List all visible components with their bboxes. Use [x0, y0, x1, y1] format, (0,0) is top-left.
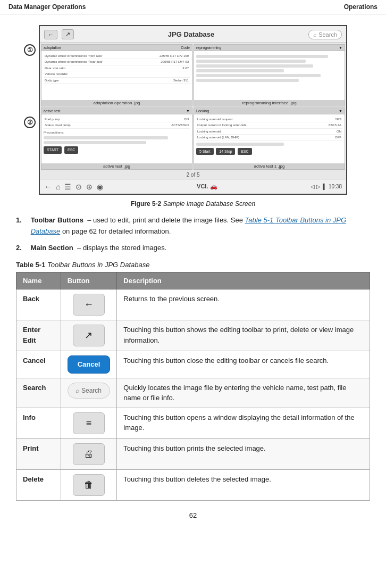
row-name-cancel: Cancel [16, 351, 61, 378]
row-desc-delete: Touching this button deletes the selecte… [117, 469, 370, 500]
cell1-label: adaptation operation .jpg [41, 100, 192, 106]
screenshot-bottombar: ← ⌂ ☰ ⊙ ⊕ ◉ VCI. 🚗 ◁ ▷ ▌ 10:38 [40, 179, 346, 194]
search-icon-scr: ⌕ [313, 31, 317, 38]
row-desc-info: Touching this button opens a window disp… [117, 408, 370, 438]
vci-label: VCI. 🚗 [197, 183, 217, 190]
screenshot-title: JPG Database [78, 30, 304, 38]
table-row: Search ⌕ Search Quickly locates the imag… [16, 378, 370, 408]
table-heading-label: Table 5-1 [16, 261, 45, 269]
home-nav-icon[interactable]: ⌂ [56, 183, 60, 191]
grid-cell-1: adaptation Code Dynamic wheel circumfere… [41, 44, 192, 106]
cancel-icon-btn[interactable]: Cancel [68, 355, 111, 374]
row-button-cancel: Cancel [61, 351, 117, 378]
row-name-print: Print [16, 438, 61, 469]
figure-text: Sample Image Database Screen [163, 200, 255, 208]
share-icon: ↗ [65, 31, 70, 38]
cell1-content: Dynamic wheel circumference 'front axle'… [41, 51, 192, 86]
col-description: Description [117, 272, 370, 289]
status-bar: ◁ ▷ ▌ 10:38 [311, 184, 342, 189]
record-nav-icon[interactable]: ◉ [97, 183, 103, 191]
screenshot-wrapper: ① ② ← ↗ JPG Database ⌕ Search [39, 25, 347, 195]
para1-num: 1. [16, 215, 29, 226]
cell2-header: reprogramming ▼ [194, 45, 345, 51]
circle-label-1: ① [24, 44, 36, 56]
para2-content: Main Section – displays the stored image… [31, 243, 369, 254]
circle-nav-icon[interactable]: ⊙ [75, 183, 82, 191]
row-button-enter-edit: ↗ [61, 320, 117, 351]
para1-content: Toolbar Buttons – used to edit, print an… [31, 215, 369, 237]
enter-edit-icon-btn[interactable]: ↗ [73, 325, 105, 346]
table-header-row: Name Button Description [16, 272, 370, 289]
row-name-info: Info [16, 408, 61, 438]
col-button: Button [61, 272, 117, 289]
para2-term: Main Section [31, 244, 73, 252]
table-header: Name Button Description [16, 272, 370, 289]
back-nav-icon[interactable]: ← [44, 183, 52, 191]
delete-icon: 🗑 [84, 478, 94, 492]
table-body: Back ← Returns to the previous screen. E… [16, 289, 370, 501]
col-name: Name [16, 272, 61, 289]
header-right: Operations [344, 3, 377, 11]
row-desc-back: Returns to the previous screen. [117, 289, 370, 320]
grid-cell-2: reprogramming ▼ reprogramming interface … [194, 44, 345, 106]
share-button-scr[interactable]: ↗ [62, 29, 74, 39]
circle-label-2: ② [24, 117, 36, 128]
back-button-scr[interactable]: ← [44, 30, 57, 39]
grid-cell-4: Locking ▼ Locking solenoid requestYES Ou… [194, 107, 345, 170]
print-icon: 🖨 [84, 447, 94, 461]
row-name-back: Back [16, 289, 61, 320]
table-row: Cancel Cancel Touching this button close… [16, 351, 370, 378]
screenshot-container: ← ↗ JPG Database ⌕ Search adaptation Cod… [39, 25, 347, 195]
search-btn-label: Search [81, 386, 102, 395]
back-arrow-icon: ← [48, 31, 54, 38]
para1-term: Toolbar Buttons [31, 216, 83, 224]
row-desc-enter-edit: Touching this button shows the editing t… [117, 320, 370, 351]
signal-icon: ◁ ▷ [311, 184, 321, 189]
search-magnifier-icon: ⌕ [75, 386, 79, 395]
body-para-2: 2. Main Section – displays the stored im… [16, 243, 370, 254]
screenshot-topbar: ← ↗ JPG Database ⌕ Search [40, 26, 346, 43]
page-header: Data Manager Operations Operations [0, 0, 386, 14]
row-name-enter-edit: Enter Edit [16, 320, 61, 351]
grid-cell-3: active test ▼ Fuel pumpON Status: Fuel p… [41, 107, 192, 170]
row-button-delete: 🗑 [61, 469, 117, 500]
row-desc-print: Touching this button prints the selected… [117, 438, 370, 469]
table-heading-caption: Toolbar Buttons in JPG Database [47, 261, 149, 269]
search-icon-btn[interactable]: ⌕ Search [68, 383, 110, 399]
table-row: Delete 🗑 Touching this button deletes th… [16, 469, 370, 500]
nav-icons: ← ⌂ ☰ ⊙ ⊕ ◉ [44, 183, 103, 191]
row-button-info: ≡ [61, 408, 117, 438]
figure-label: Figure 5-2 [131, 200, 161, 208]
content-area: ① ② ← ↗ JPG Database ⌕ Search [0, 14, 386, 530]
menu-nav-icon[interactable]: ☰ [64, 183, 71, 191]
row-desc-cancel: Touching this button close the editing t… [117, 351, 370, 378]
camera-nav-icon[interactable]: ⊕ [86, 183, 93, 191]
cell3-label: active test .jpg [41, 163, 192, 169]
cell3-header: active test ▼ [41, 108, 192, 114]
row-button-print: 🖨 [61, 438, 117, 469]
row-button-back: ← [61, 289, 117, 320]
time-display: 10:38 [329, 184, 342, 189]
print-icon-btn[interactable]: 🖨 [73, 443, 105, 465]
battery-icon: ▌ [323, 184, 326, 189]
back-icon-btn[interactable]: ← [73, 294, 105, 316]
row-desc-search: Quickly locates the image file by enteri… [117, 378, 370, 408]
screenshot-search[interactable]: ⌕ Search [308, 30, 342, 39]
table-row: Back ← Returns to the previous screen. [16, 289, 370, 320]
back-arrow: ← [84, 297, 94, 312]
cell3-content: Fuel pumpON Status: Fuel pumpACTIVATED P… [41, 114, 192, 156]
cell4-label: active test 1 .jpg [194, 163, 345, 169]
cell4-header: Locking ▼ [194, 108, 345, 114]
cancel-label: Cancel [78, 359, 100, 370]
screenshot-grid: adaptation Code Dynamic wheel circumfere… [40, 43, 346, 171]
cell1-header: adaptation Code [41, 45, 192, 51]
cell2-label: reprogramming interface .jpg [194, 100, 345, 106]
delete-icon-btn[interactable]: 🗑 [73, 474, 105, 496]
cell2-content [194, 51, 345, 86]
info-icon-btn[interactable]: ≡ [73, 412, 105, 434]
enter-edit-icon: ↗ [85, 328, 93, 343]
table-row: Enter Edit ↗ Touching this button shows … [16, 320, 370, 351]
table-row: Print 🖨 Touching this button prints the … [16, 438, 370, 469]
para2-num: 2. [16, 243, 29, 254]
figure-caption: Figure 5-2 Sample Image Database Screen [16, 200, 370, 208]
